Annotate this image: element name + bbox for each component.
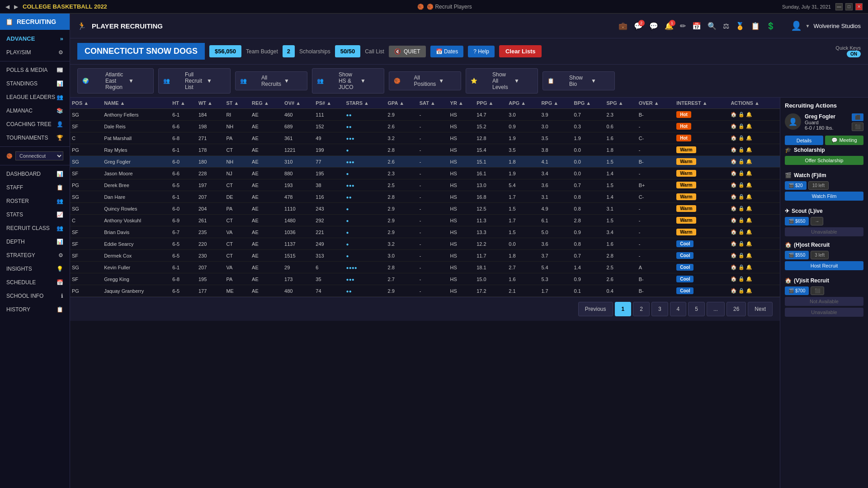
table-row[interactable]: SF Eddie Searcy 6-5 220 CT AE 1137 249 ●… <box>70 238 780 250</box>
col-pos[interactable]: POS ▲ <box>70 98 102 109</box>
host-recruit-button[interactable]: Host Recruit <box>785 261 863 270</box>
scout-arrow-button[interactable]: → <box>811 217 823 225</box>
dollar-icon[interactable]: 💲 <box>766 22 775 30</box>
sidebar-item-recruit-class[interactable]: RECRUIT CLASS 👥 <box>0 221 70 235</box>
message-icon[interactable]: 💬 2 <box>634 22 643 30</box>
cell-name[interactable]: Kevin Fuller <box>102 262 170 273</box>
action-lock-icon[interactable]: 🔒 <box>738 276 745 282</box>
host-left-button[interactable]: 3 left <box>811 251 829 259</box>
cell-name[interactable]: Eddie Searcy <box>102 238 170 250</box>
action-home-icon[interactable]: 🏠 <box>731 182 737 188</box>
sidebar-item-history[interactable]: HISTORY 📋 <box>0 303 70 316</box>
cell-name[interactable]: Dermek Cox <box>102 250 170 262</box>
action-lock-icon[interactable]: 🔒 <box>738 264 745 270</box>
meeting-button[interactable]: 💬 Meeting <box>825 136 863 145</box>
table-row[interactable]: C Pat Marshall 6-8 271 PA AE 361 49 ●●● … <box>70 132 780 144</box>
col-wt[interactable]: WT ▲ <box>197 98 224 109</box>
col-st[interactable]: ST ▲ <box>224 98 250 109</box>
table-row[interactable]: SF Gregg King 6-8 195 PA AE 173 35 ●●● 2… <box>70 273 780 285</box>
list-type-filter[interactable]: 👥 Full Recruit List ▼ <box>158 68 231 94</box>
action-lock-icon[interactable]: 🔒 <box>738 112 745 117</box>
col-yr[interactable]: YR ▲ <box>448 98 475 109</box>
recruits-filter[interactable]: 👥 All Recruits ▼ <box>235 71 307 90</box>
col-apg[interactable]: APG ▲ <box>507 98 539 109</box>
calendar-icon[interactable]: 📅 <box>692 22 701 30</box>
film-left-button[interactable]: 10 left <box>808 181 829 190</box>
col-sat[interactable]: SAT ▲ <box>418 98 448 109</box>
film-cost-button[interactable]: 🎬 $20 <box>785 181 807 190</box>
cell-name[interactable]: Greg Fogler <box>102 156 170 168</box>
action-home-icon[interactable]: 🏠 <box>731 147 737 153</box>
action-lock-icon[interactable]: 🔒 <box>738 135 745 141</box>
cell-name[interactable]: Dale Reis <box>102 121 170 132</box>
action-bell-icon[interactable]: 🔔 <box>746 112 752 117</box>
action-home-icon[interactable]: 🏠 <box>731 112 737 117</box>
action-bell-icon[interactable]: 🔔 <box>746 147 752 153</box>
minimize-btn[interactable]: — <box>835 3 843 10</box>
sidebar-item-strategy[interactable]: STRATEGY ⚙ <box>0 249 70 262</box>
call-list-ratio-button[interactable]: 50/50 <box>335 45 361 57</box>
bio-filter[interactable]: 📋 Show Bio ▼ <box>542 71 615 90</box>
page-1-button[interactable]: 1 <box>615 302 632 316</box>
action-bell-icon[interactable]: 🔔 <box>746 135 752 141</box>
maximize-btn[interactable]: □ <box>845 3 853 10</box>
action-home-icon[interactable]: 🏠 <box>731 288 737 294</box>
cell-name[interactable]: Anthony Voskuhl <box>102 215 170 226</box>
col-stars[interactable]: STARS ▲ <box>344 98 386 109</box>
table-row[interactable]: SG Dan Hare 6-1 207 DE AE 478 116 ●● 2.8… <box>70 191 780 203</box>
cell-name[interactable]: Ray Myles <box>102 144 170 156</box>
page-4-button[interactable]: 4 <box>670 302 687 316</box>
edit-icon[interactable]: ✏ <box>680 22 686 30</box>
action-home-icon[interactable]: 🏠 <box>731 253 737 258</box>
table-row[interactable]: SG Quincy Rowles 6-0 204 PA AE 1110 243 … <box>70 203 780 215</box>
action-lock-icon[interactable]: 🔒 <box>738 288 745 294</box>
action-bell-icon[interactable]: 🔔 <box>746 194 752 200</box>
cell-name[interactable]: Pat Marshall <box>102 132 170 144</box>
panel-recruit-action-2[interactable]: ⬛ <box>852 122 863 131</box>
team-selector[interactable]: Connecticut <box>15 151 63 160</box>
sidebar-item-playsim[interactable]: PLAY/SIM ⚙ <box>0 46 70 59</box>
col-name[interactable]: NAME ▲ <box>102 98 170 109</box>
window-back-icon[interactable]: ◀ <box>5 4 9 10</box>
table-row[interactable]: PG Ray Myles 6-1 178 CT AE 1221 199 ● 2.… <box>70 144 780 156</box>
dates-button[interactable]: 📅 Dates <box>430 46 464 57</box>
action-bell-icon[interactable]: 🔔 <box>746 123 752 129</box>
action-lock-icon[interactable]: 🔒 <box>738 206 745 211</box>
table-row[interactable]: SF Dermek Cox 6-5 230 CT AE 1515 313 ● 3… <box>70 250 780 262</box>
page-2-button[interactable]: 2 <box>633 302 650 316</box>
sidebar-item-roster[interactable]: ROSTER 👥 <box>0 194 70 208</box>
action-lock-icon[interactable]: 🔒 <box>738 147 745 153</box>
page-26-button[interactable]: 26 <box>726 302 746 316</box>
action-bell-icon[interactable]: 🔔 <box>746 170 752 176</box>
search-icon[interactable]: 🔍 <box>708 22 717 30</box>
sidebar-item-coaching-tree[interactable]: COACHING TREE 👤 <box>0 117 70 131</box>
action-lock-icon[interactable]: 🔒 <box>738 217 745 223</box>
action-bell-icon[interactable]: 🔔 <box>746 276 752 282</box>
action-bell-icon[interactable]: 🔔 <box>746 264 752 270</box>
page-3-button[interactable]: 3 <box>651 302 668 316</box>
action-home-icon[interactable]: 🏠 <box>731 229 737 235</box>
sidebar-item-almanac[interactable]: ALMANAC 📚 <box>0 104 70 117</box>
action-lock-icon[interactable]: 🔒 <box>738 123 745 129</box>
action-home-icon[interactable]: 🏠 <box>731 217 737 223</box>
chat-icon[interactable]: 💬 <box>649 22 658 30</box>
cell-name[interactable]: Gregg King <box>102 273 170 285</box>
table-row[interactable]: SG Kevin Fuller 6-1 207 VA AE 29 6 ●●●● … <box>70 262 780 273</box>
panel-recruit-action-1[interactable]: ⬛ <box>852 113 863 121</box>
action-bell-icon[interactable]: 🔔 <box>746 288 752 294</box>
wolverine-dropdown-icon[interactable]: ▼ <box>806 23 810 28</box>
action-home-icon[interactable]: 🏠 <box>731 170 737 176</box>
watch-film-button[interactable]: Watch Film <box>785 192 863 201</box>
sidebar-item-stats[interactable]: STATS 📈 <box>0 208 70 221</box>
col-interest[interactable]: INTEREST ▲ <box>675 98 729 109</box>
cell-name[interactable]: Dan Hare <box>102 191 170 203</box>
page-5-button[interactable]: 5 <box>688 302 705 316</box>
action-lock-icon[interactable]: 🔒 <box>738 253 745 258</box>
window-controls[interactable]: — □ ✕ <box>835 3 863 10</box>
table-row[interactable]: PG Jaquay Granberry 6-5 177 ME AE 480 74… <box>70 285 780 297</box>
col-actions[interactable]: ACTIONS ▲ <box>729 98 780 109</box>
action-lock-icon[interactable]: 🔒 <box>738 229 745 235</box>
sidebar-item-polls[interactable]: POLLS & MEDIA 📰 <box>0 63 70 77</box>
team-name-button[interactable]: CONNECTICUT SNOW DOGS <box>77 43 205 60</box>
notification-icon[interactable]: 🔔 1 <box>665 22 674 30</box>
